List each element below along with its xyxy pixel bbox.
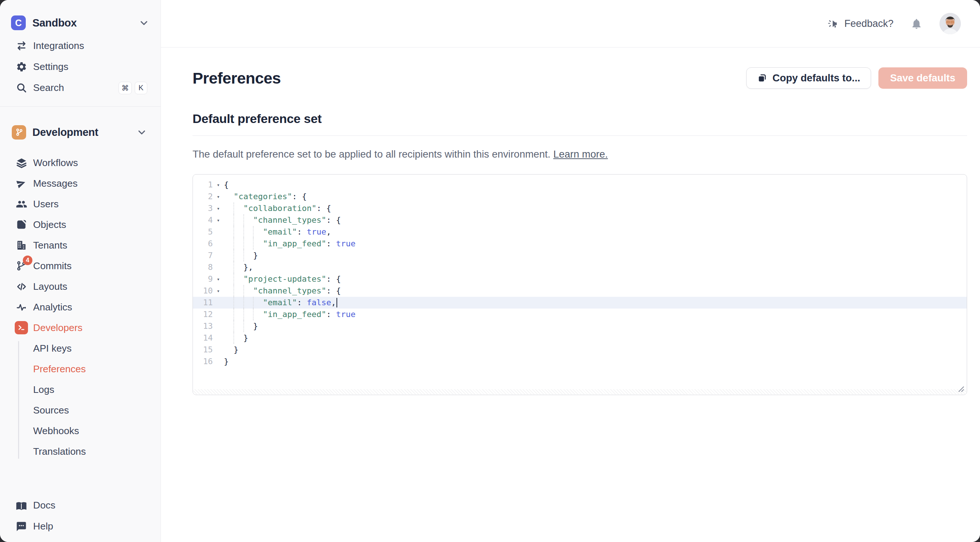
sidebar-item-webhooks[interactable]: Webhooks [0, 421, 161, 441]
fold-arrow-empty [213, 238, 224, 250]
sidebar-item-analytics[interactable]: Analytics [0, 297, 161, 317]
learn-more-link[interactable]: Learn more. [553, 148, 608, 160]
line-number: 11 [193, 297, 213, 309]
sidebar-item-label: Messages [33, 178, 78, 189]
indent-guide [234, 214, 234, 226]
sidebar-item-layouts[interactable]: Layouts [0, 276, 161, 297]
editor-line-10[interactable]: 10▾ "channel_types": { [193, 285, 967, 297]
editor-line-5[interactable]: 5 "email": true, [193, 226, 967, 238]
indent-guide [243, 226, 244, 238]
code-text: "email": true, [224, 226, 967, 238]
developers-subnav: API keys Preferences Logs Sources Webhoo… [0, 338, 161, 462]
app-window: C Sandbox Integrations Settings [0, 0, 980, 542]
sidebar-item-settings[interactable]: Settings [0, 56, 161, 77]
sidebar-item-help[interactable]: Help [0, 516, 161, 537]
editor-line-9[interactable]: 9▾ "project-updates": { [193, 273, 967, 285]
sidebar-item-label: Objects [33, 219, 66, 231]
terminal-icon [15, 321, 28, 334]
indent-guide [243, 285, 244, 297]
code-text: } [224, 250, 967, 261]
indent-guide [234, 238, 234, 250]
fold-arrow-icon[interactable]: ▾ [213, 191, 224, 202]
code-text: "channel_types": { [224, 285, 967, 297]
sidebar-item-label: Settings [33, 61, 68, 73]
fold-arrow-empty [213, 309, 224, 320]
json-editor[interactable]: 1▾{2▾ "categories": {3▾ "collaboration":… [192, 174, 967, 395]
editor-line-13[interactable]: 13 } [193, 320, 967, 332]
sidebar-item-commits[interactable]: 4 Commits [0, 255, 161, 276]
editor-gutter: 14 [193, 332, 224, 344]
sidebar-item-integrations[interactable]: Integrations [0, 35, 161, 56]
editor-gutter: 6 [193, 238, 224, 250]
editor-line-15[interactable]: 15 } [193, 344, 967, 355]
indent-guide [234, 309, 234, 320]
editor-line-12[interactable]: 12 "in_app_feed": true [193, 309, 967, 320]
avatar[interactable] [940, 13, 961, 34]
fold-arrow-icon[interactable]: ▾ [213, 202, 224, 214]
gear-icon [15, 61, 28, 73]
code-text: { [224, 179, 967, 191]
editor-line-2[interactable]: 2▾ "categories": { [193, 191, 967, 202]
sidebar-item-objects[interactable]: Objects [0, 214, 161, 235]
code-text: "channel_types": { [224, 214, 967, 226]
indent-guide [243, 238, 244, 250]
editor-line-1[interactable]: 1▾{ [193, 179, 967, 191]
editor-line-14[interactable]: 14 } [193, 332, 967, 344]
copy-defaults-button[interactable]: Copy defaults to... [746, 67, 871, 89]
sidebar-item-label: Docs [33, 500, 55, 511]
workspace-logo: C [11, 16, 26, 30]
editor-line-8[interactable]: 8 }, [193, 261, 967, 273]
sub-item-label: Translations [33, 446, 86, 458]
line-number: 1 [193, 179, 213, 191]
editor-gutter: 15 [193, 344, 224, 355]
indent-guide [234, 261, 234, 273]
building-icon [15, 239, 28, 252]
fold-arrow-icon[interactable]: ▾ [213, 179, 224, 191]
fold-arrow-icon[interactable]: ▾ [213, 285, 224, 297]
pulse-icon [15, 300, 28, 314]
editor-line-3[interactable]: 3▾ "collaboration": { [193, 202, 967, 214]
sub-item-label: Sources [33, 405, 69, 416]
editor-resize-handle[interactable] [956, 384, 965, 393]
sidebar-item-logs[interactable]: Logs [0, 379, 161, 400]
indent-guide [253, 238, 254, 250]
editor-line-4[interactable]: 4▾ "channel_types": { [193, 214, 967, 226]
fold-arrow-icon[interactable]: ▾ [213, 214, 224, 226]
sidebar-top-nav: Integrations Settings Search ⌘ K [0, 35, 161, 98]
sidebar-item-translations[interactable]: Translations [0, 441, 161, 462]
editor-line-16[interactable]: 16} [193, 355, 967, 367]
fold-arrow-empty [213, 261, 224, 273]
indent-guide [234, 226, 234, 238]
page-content: Preferences Copy defaults to... Save def… [161, 48, 980, 395]
editor-line-11[interactable]: 11 "email": false, [193, 297, 967, 309]
workspace-switcher[interactable]: C Sandbox [11, 13, 150, 33]
sidebar-item-users[interactable]: Users [0, 194, 161, 214]
sidebar-item-tenants[interactable]: Tenants [0, 235, 161, 255]
sidebar-item-messages[interactable]: Messages [0, 173, 161, 194]
sidebar-item-api-keys[interactable]: API keys [0, 338, 161, 359]
sidebar-item-developers[interactable]: Developers [0, 317, 161, 338]
environment-switcher[interactable]: Development [12, 121, 147, 143]
description-text: The default preference set to be applied… [192, 148, 550, 160]
code-text: } [224, 332, 967, 344]
editor-line-7[interactable]: 7 } [193, 250, 967, 261]
editor-line-6[interactable]: 6 "in_app_feed": true [193, 238, 967, 250]
sidebar-item-label: Tenants [33, 240, 67, 251]
sidebar-item-label: Developers [33, 322, 83, 333]
line-number: 7 [193, 250, 213, 261]
sidebar-item-search[interactable]: Search ⌘ K [0, 77, 161, 98]
notifications-bell-icon[interactable] [910, 18, 923, 30]
sidebar-item-sources[interactable]: Sources [0, 400, 161, 421]
fold-arrow-icon[interactable]: ▾ [213, 273, 224, 285]
paper-plane-icon [15, 177, 28, 190]
sub-item-label: Logs [33, 384, 54, 395]
sidebar-item-workflows[interactable]: Workflows [0, 152, 161, 173]
sidebar-item-docs[interactable]: Docs [0, 495, 161, 516]
indent-guide [243, 250, 244, 261]
line-number: 5 [193, 226, 213, 238]
feedback-button[interactable]: Feedback? [827, 18, 894, 29]
sidebar-item-preferences[interactable]: Preferences [0, 359, 161, 379]
save-defaults-button[interactable]: Save defaults [878, 67, 967, 89]
chat-icon [15, 520, 28, 533]
sidebar-item-label: Search [33, 82, 64, 94]
